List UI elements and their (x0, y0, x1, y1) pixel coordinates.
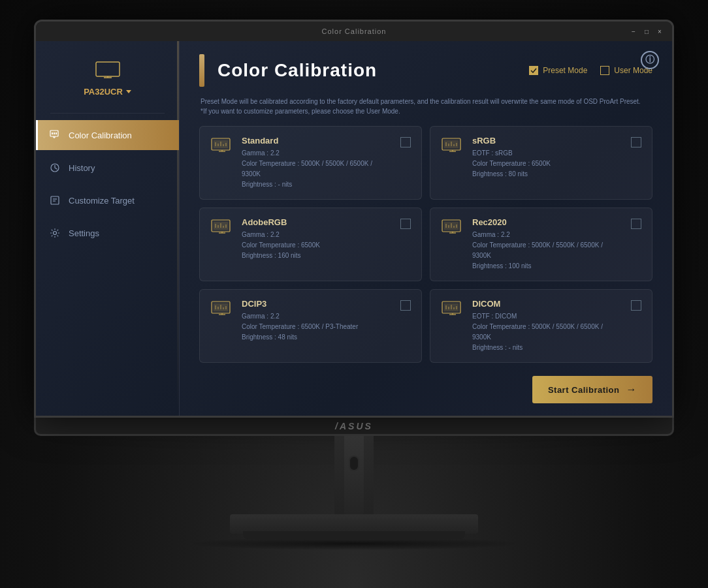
device-name: PA32UCR (84, 87, 123, 97)
start-calibration-button[interactable]: Start Calibration → (532, 376, 652, 403)
mode-options: Preset Mode User Mode (529, 66, 652, 75)
page-header: Color Calibration Preset Mode User Mode (199, 54, 652, 87)
profile-info: sRGB EOTF : sRGB Color Temperature : 650… (472, 136, 623, 179)
preset-mode-label: Preset Mode (543, 66, 587, 75)
sidebar: PA32UCR (36, 41, 180, 416)
profile-card-dicom[interactable]: DICOM EOTF : DICOM Color Temperature : 5… (430, 289, 652, 363)
monitor-device-icon (95, 61, 121, 82)
profile-checkbox[interactable] (631, 300, 641, 311)
info-button[interactable]: ⓘ (641, 51, 659, 69)
profile-detail: Gamma : 2.2 Color Temperature : 6500K / … (242, 311, 393, 343)
monitor-bottom-bezel: /ASUS (34, 418, 674, 436)
profile-name: Rec2020 (472, 217, 623, 227)
svg-rect-7 (54, 132, 55, 134)
monitor-outer: Color Calibration − □ × PA32UCR (34, 20, 674, 418)
customize-target-icon (49, 194, 61, 206)
maximize-btn[interactable]: □ (642, 27, 651, 36)
window-controls: − □ × (629, 27, 664, 36)
profile-detail: EOTF : DICOM Color Temperature : 5000K /… (472, 311, 623, 353)
profile-checkbox[interactable] (631, 137, 641, 147)
history-icon (49, 162, 61, 174)
arrow-right-icon: → (626, 384, 637, 395)
calibration-btn-area: Start Calibration → (199, 376, 652, 403)
profile-monitor-icon (441, 300, 464, 318)
profile-checkbox[interactable] (400, 300, 411, 311)
profile-info: DICOM EOTF : DICOM Color Temperature : 5… (472, 299, 623, 353)
profile-checkbox[interactable] (631, 219, 641, 229)
profile-monitor-icon (210, 137, 234, 155)
monitor-neck-inner (344, 436, 364, 514)
device-selector[interactable]: PA32UCR (84, 87, 131, 97)
profile-info: AdobeRGB Gamma : 2.2 Color Temperature :… (242, 217, 393, 261)
window-title: Color Calibration (322, 27, 387, 35)
svg-rect-10 (51, 196, 59, 204)
profile-checkbox[interactable] (400, 219, 411, 229)
minimize-btn[interactable]: − (629, 27, 638, 36)
chevron-down-icon (126, 90, 131, 93)
profile-name: AdobeRGB (242, 217, 393, 227)
page-title: Color Calibration (217, 60, 377, 81)
sidebar-item-label-history: History (69, 163, 95, 173)
svg-rect-8 (56, 132, 57, 134)
profile-detail: Gamma : 2.2 Color Temperature : 6500K Br… (242, 230, 393, 261)
monitor-logo-area: PA32UCR (36, 54, 179, 110)
profile-info: Standard Gamma : 2.2 Color Temperature :… (242, 136, 393, 190)
color-calibration-icon (49, 129, 61, 141)
profile-detail: Gamma : 2.2 Color Temperature : 5000K / … (472, 230, 623, 271)
profile-name: DICOM (472, 299, 623, 309)
profile-info: DCIP3 Gamma : 2.2 Color Temperature : 65… (242, 299, 393, 343)
svg-rect-6 (52, 132, 53, 134)
monitor-neck (334, 436, 374, 514)
cable-hole (349, 456, 359, 471)
close-btn[interactable]: × (655, 27, 664, 36)
monitor-base (230, 514, 478, 534)
svg-point-13 (54, 232, 57, 235)
description-line1: Preset Mode will be calibrated according… (201, 97, 651, 106)
base-shadow (191, 537, 517, 550)
sidebar-item-label-customize-target: Customize Target (69, 196, 135, 206)
profile-name: Standard (242, 136, 393, 146)
profile-card-dcip3[interactable]: DCIP3 Gamma : 2.2 Color Temperature : 65… (199, 289, 422, 363)
svg-rect-0 (96, 62, 120, 76)
sidebar-item-color-calibration[interactable]: Color Calibration (36, 120, 179, 150)
profile-monitor-icon (441, 219, 464, 237)
sidebar-item-label-settings: Settings (69, 228, 99, 238)
preset-mode-checkbox[interactable] (529, 66, 538, 75)
profile-checkbox[interactable] (400, 137, 411, 147)
sidebar-item-settings[interactable]: Settings (36, 218, 179, 248)
gold-bar (199, 54, 204, 87)
profile-name: sRGB (472, 136, 623, 146)
profile-info: Rec2020 Gamma : 2.2 Color Temperature : … (472, 217, 623, 271)
profile-card-adobergb[interactable]: AdobeRGB Gamma : 2.2 Color Temperature :… (199, 208, 422, 281)
monitor-bezel-top: Color Calibration − □ × (36, 22, 672, 41)
asus-logo: /ASUS (335, 421, 373, 431)
screen: PA32UCR (36, 41, 672, 416)
description: Preset Mode will be calibrated according… (199, 97, 652, 116)
settings-icon (49, 227, 61, 239)
profile-monitor-icon (210, 219, 234, 237)
profile-monitor-icon (210, 300, 234, 318)
main-content: ⓘ Color Calibration Preset Mode User Mod… (180, 41, 672, 416)
profile-detail: Gamma : 2.2 Color Temperature : 5000K / … (242, 148, 393, 190)
profile-card-rec2020[interactable]: Rec2020 Gamma : 2.2 Color Temperature : … (430, 208, 652, 281)
profile-detail: EOTF : sRGB Color Temperature : 6500K Br… (472, 148, 623, 179)
sidebar-item-history[interactable]: History (36, 153, 179, 183)
sidebar-nav: Color Calibration History (36, 120, 179, 248)
profile-monitor-icon (441, 137, 464, 155)
profile-name: DCIP3 (242, 299, 393, 309)
profile-card-standard[interactable]: Standard Gamma : 2.2 Color Temperature :… (199, 126, 422, 200)
sidebar-item-customize-target[interactable]: Customize Target (36, 185, 179, 215)
description-line2: *If you want to customize parameters, pl… (201, 106, 651, 116)
user-mode-checkbox[interactable] (600, 66, 609, 75)
profile-card-srgb[interactable]: sRGB EOTF : sRGB Color Temperature : 650… (430, 126, 652, 200)
sidebar-item-label-color-calibration: Color Calibration (69, 131, 132, 140)
profiles-grid: Standard Gamma : 2.2 Color Temperature :… (199, 126, 652, 363)
stand-area (191, 436, 517, 550)
sidebar-divider (50, 113, 165, 114)
preset-mode-option[interactable]: Preset Mode (529, 66, 587, 75)
start-calibration-label: Start Calibration (548, 385, 620, 395)
